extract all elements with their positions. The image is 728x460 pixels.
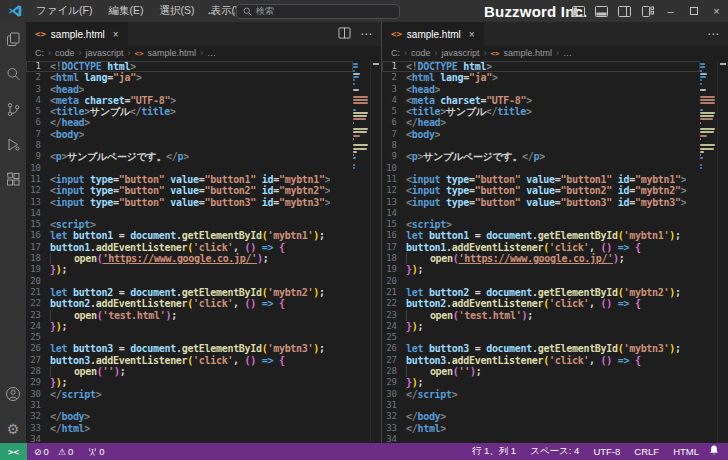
status-eol[interactable]: CRLF [634,446,659,457]
close-icon[interactable]: × [705,0,728,22]
command-center-search[interactable]: 検索 [236,4,400,19]
minimap-line [353,164,355,166]
breadcrumb-item[interactable]: code [55,48,75,58]
breadcrumb-item[interactable]: C: [391,48,400,58]
breadcrumb-item[interactable]: javascript [86,48,124,58]
code-line: 17button1.addEventListener('click', () =… [382,242,700,253]
breadcrumb-item[interactable]: C: [35,48,44,58]
minimize-icon[interactable]: – [659,0,682,22]
editor-pane-left: <> sample.html × ⋯ C:›code›javascript›<>… [26,22,382,443]
minimap[interactable] [700,60,717,443]
breadcrumb-item[interactable]: … [563,48,572,58]
search-placeholder: 検索 [256,5,274,18]
code-line: 10 [382,163,700,174]
minimap-line [700,99,715,101]
line-number: 5 [26,106,50,117]
settings-gear-icon[interactable]: ⚙ [5,421,21,437]
minimap-line [700,70,702,72]
more-actions-icon[interactable]: ⋯ [707,27,719,41]
toggle-secondary-sidebar-icon[interactable] [613,0,636,22]
toggle-sidebar-icon[interactable] [567,0,590,22]
maximize-icon[interactable] [682,0,705,22]
breadcrumb-item[interactable]: code [411,48,431,58]
scrollbar[interactable] [370,60,381,443]
menu-item[interactable]: 選択(S) [151,4,202,18]
editor-actions: ⋯ [338,22,381,46]
code-line: 1<!DOCTYPE html> [382,61,700,72]
tab-sample-html[interactable]: <> sample.html × [26,22,128,46]
minimap[interactable] [353,60,370,443]
breadcrumb-item[interactable]: sample.html [148,48,197,58]
line-number: 7 [26,129,50,140]
breadcrumb-item[interactable]: … [207,48,216,58]
status-language-mode[interactable]: HTML [673,446,699,457]
toggle-panel-icon[interactable] [590,0,613,22]
minimap-line [353,105,370,107]
status-encoding[interactable]: UTF-8 [593,446,620,457]
breadcrumb-item[interactable]: javascript [442,48,480,58]
code-line: 15<script> [382,219,700,230]
code-line: 18 open('https://www.google.co.jp/'); [26,253,353,264]
code-text: open('https://www.google.co.jp/'); [406,253,624,264]
tab-close-icon[interactable]: × [469,29,475,40]
activity-bar: ⚙ [0,22,26,443]
tab-close-icon[interactable]: × [113,29,119,40]
minimap-line [700,154,701,156]
code-text: let button2 = document.getElementById('m… [50,287,325,298]
scrollbar[interactable] [717,60,728,443]
remote-indicator[interactable]: >< [0,443,27,460]
accounts-icon[interactable] [5,386,21,402]
html-icon: <> [135,49,144,58]
minimap-line [353,141,370,143]
menu-item[interactable]: ファイル(F) [28,4,100,18]
minimap-line [353,70,355,72]
code-text: }); [50,264,67,275]
ports-status[interactable]: 0 [88,446,104,457]
breadcrumb-item[interactable]: sample.html [504,48,553,58]
run-debug-icon[interactable] [5,136,21,152]
code-editor[interactable]: 1<!DOCTYPE html>2<html lang="ja">3<head>… [26,60,381,443]
line-number: 18 [382,253,406,264]
split-editor-icon[interactable] [338,27,351,42]
line-number: 31 [26,400,50,411]
line-number: 33 [26,423,50,434]
code-line: 33</html> [26,423,353,434]
code-line: 6</head> [26,117,353,128]
error-count: 0 [44,446,49,457]
source-control-icon[interactable] [5,101,21,117]
minimap-line [700,79,702,81]
line-number: 14 [26,208,50,219]
line-number: 10 [382,163,406,174]
menu-item[interactable]: 編集(E) [100,4,151,18]
code-text: </script> [406,389,458,400]
code-editor[interactable]: 1<!DOCTYPE html>2<html lang="ja">3<head>… [382,60,728,443]
code-text: <title>サンプル</title> [406,106,532,117]
breadcrumb-separator: › [435,48,438,58]
code-text: let button1 = document.getElementById('m… [406,230,681,241]
explorer-icon[interactable] [5,31,21,47]
search-view-icon[interactable] [5,66,21,82]
more-actions-icon[interactable]: ⋯ [360,27,372,41]
code-line: 9<p>サンプルページです。</p> [382,151,700,162]
status-cursor-position[interactable]: 行 1、列 1 [472,445,516,458]
breadcrumb-separator: › [200,48,203,58]
problems-status[interactable]: ⊘ 0 ⚠ 0 0 [27,446,111,457]
code-line: 11<input type="button" value="button1" i… [26,174,353,185]
code-text: <input type="button" value="button3" id=… [406,197,686,208]
customize-layout-icon[interactable] [636,0,659,22]
line-number: 11 [26,174,50,185]
line-number: 27 [26,355,50,366]
minimap-line [700,167,702,169]
back-arrow-icon[interactable]: ← [206,5,217,17]
notifications-bell-icon[interactable] [709,445,728,458]
minimap-line [353,128,368,130]
code-line: 34 [26,434,353,443]
extensions-icon[interactable] [5,171,21,187]
error-icon: ⊘ [34,447,42,457]
minimap-line [700,151,704,153]
minimap-line [353,112,368,114]
tab-sample-html[interactable]: <> sample.html × [382,22,484,46]
minimap-line [353,138,354,140]
status-indentation[interactable]: スペース: 4 [530,445,579,458]
code-line: 11<input type="button" value="button1" i… [382,174,700,185]
